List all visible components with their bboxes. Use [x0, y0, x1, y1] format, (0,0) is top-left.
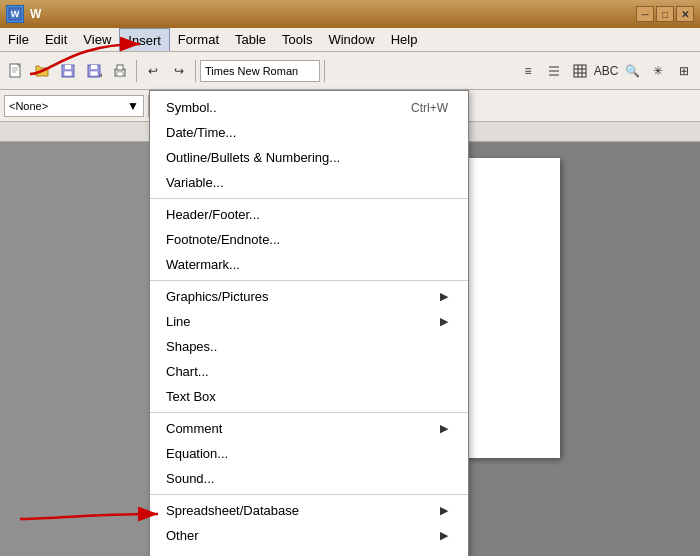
- font-name-box[interactable]: Times New Roman: [200, 60, 320, 82]
- insert-line[interactable]: Line ▶: [150, 309, 468, 334]
- svg-text:+: +: [99, 71, 102, 79]
- list-button[interactable]: ≡: [516, 59, 540, 83]
- submenu-arrow-spreadsheet: ▶: [440, 504, 448, 517]
- new-button[interactable]: [4, 59, 28, 83]
- insert-shapes[interactable]: Shapes..: [150, 334, 468, 359]
- menu-edit[interactable]: Edit: [37, 28, 75, 51]
- title-bar: W W ─ □ ✕: [0, 0, 700, 28]
- menu-view[interactable]: View: [75, 28, 119, 51]
- style-selector[interactable]: <None> ▼: [4, 95, 144, 117]
- menu-table[interactable]: Table: [227, 28, 274, 51]
- toolbar-separator-2: [195, 60, 196, 82]
- menu-sep-3: [150, 412, 468, 413]
- svg-rect-7: [65, 65, 71, 69]
- window-controls: ─ □ ✕: [636, 6, 694, 22]
- style-dropdown-arrow: ▼: [127, 99, 139, 113]
- save-as-button[interactable]: +: [82, 59, 106, 83]
- app-icon: W: [6, 5, 24, 23]
- save-button[interactable]: [56, 59, 80, 83]
- insert-file[interactable]: File...: [150, 548, 468, 556]
- insert-outline[interactable]: Outline/Bullets & Numbering...: [150, 145, 468, 170]
- toolbar-main: + ↩ ↪ Times New Roman ≡ ABC 🔍 ✳ ⊞: [0, 52, 700, 90]
- toolbar-separator-1: [136, 60, 137, 82]
- menu-file[interactable]: File: [0, 28, 37, 51]
- minimize-button[interactable]: ─: [636, 6, 654, 22]
- menu-bar: File Edit View Insert Format Table Tools…: [0, 28, 700, 52]
- menu-tools[interactable]: Tools: [274, 28, 320, 51]
- menu-sep-2: [150, 280, 468, 281]
- svg-rect-11: [90, 71, 98, 76]
- open-button[interactable]: [30, 59, 54, 83]
- insert-symbol[interactable]: Symbol.. Ctrl+W: [150, 95, 468, 120]
- svg-rect-8: [64, 71, 72, 76]
- insert-headerfooter[interactable]: Header/Footer...: [150, 202, 468, 227]
- menu-window[interactable]: Window: [320, 28, 382, 51]
- left-margin: [0, 142, 150, 556]
- extra-button[interactable]: ⊞: [672, 59, 696, 83]
- insert-footnote[interactable]: Footnote/Endnote...: [150, 227, 468, 252]
- svg-rect-10: [91, 65, 97, 69]
- insert-dropdown-menu: Symbol.. Ctrl+W Date/Time... Outline/Bul…: [149, 90, 469, 556]
- svg-text:W: W: [11, 9, 20, 19]
- redo-button[interactable]: ↪: [167, 59, 191, 83]
- menu-insert[interactable]: Insert: [119, 28, 170, 51]
- insert-sound[interactable]: Sound...: [150, 466, 468, 491]
- search-button[interactable]: 🔍: [620, 59, 644, 83]
- table-button[interactable]: [568, 59, 592, 83]
- submenu-arrow-comment: ▶: [440, 422, 448, 435]
- insert-graphics[interactable]: Graphics/Pictures ▶: [150, 284, 468, 309]
- insert-watermark[interactable]: Watermark...: [150, 252, 468, 277]
- insert-chart[interactable]: Chart...: [150, 359, 468, 384]
- submenu-arrow-graphics: ▶: [440, 290, 448, 303]
- insert-comment[interactable]: Comment ▶: [150, 416, 468, 441]
- insert-variable[interactable]: Variable...: [150, 170, 468, 195]
- menu-sep-4: [150, 494, 468, 495]
- submenu-arrow-other: ▶: [440, 529, 448, 542]
- asterisk-button[interactable]: ✳: [646, 59, 670, 83]
- insert-spreadsheet[interactable]: Spreadsheet/Database ▶: [150, 498, 468, 523]
- toolbar-separator-3: [324, 60, 325, 82]
- insert-other[interactable]: Other ▶: [150, 523, 468, 548]
- menu-help[interactable]: Help: [383, 28, 426, 51]
- undo-button[interactable]: ↩: [141, 59, 165, 83]
- spellcheck-button[interactable]: ABC: [594, 59, 618, 83]
- menu-sep-1: [150, 198, 468, 199]
- list2-button[interactable]: [542, 59, 566, 83]
- insert-datetime[interactable]: Date/Time...: [150, 120, 468, 145]
- insert-textbox[interactable]: Text Box: [150, 384, 468, 409]
- app-title: W: [30, 7, 636, 21]
- menu-format[interactable]: Format: [170, 28, 227, 51]
- svg-rect-15: [117, 72, 123, 76]
- svg-rect-19: [574, 65, 586, 77]
- close-button[interactable]: ✕: [676, 6, 694, 22]
- maximize-button[interactable]: □: [656, 6, 674, 22]
- submenu-arrow-line: ▶: [440, 315, 448, 328]
- insert-equation[interactable]: Equation...: [150, 441, 468, 466]
- svg-rect-14: [117, 65, 123, 70]
- print-button[interactable]: [108, 59, 132, 83]
